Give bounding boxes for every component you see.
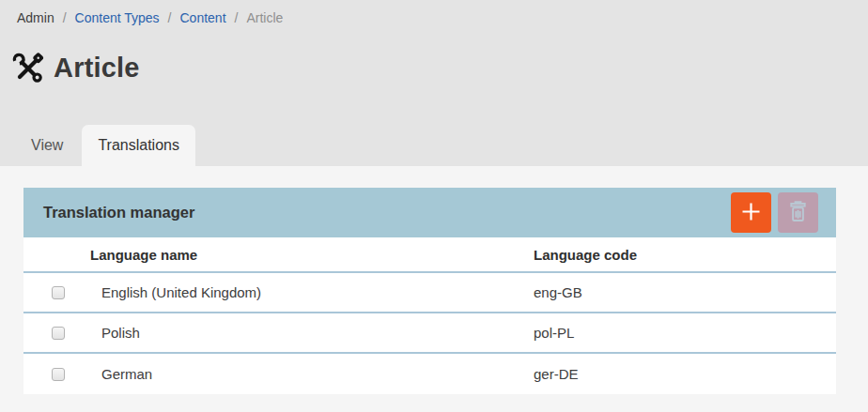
add-translation-button[interactable] <box>731 192 771 233</box>
tab-bar: View Translations <box>0 125 868 166</box>
breadcrumb: Admin / Content Types / Content / Articl… <box>0 0 868 25</box>
language-name-cell: German <box>90 366 534 382</box>
breadcrumb-item-admin: Admin <box>17 10 54 25</box>
tools-icon <box>11 52 45 85</box>
trash-icon <box>785 199 811 227</box>
delete-translation-button[interactable] <box>778 192 818 233</box>
checkbox-cell <box>23 368 90 381</box>
panel-header: Translation manager <box>23 188 836 237</box>
language-code-cell: eng-GB <box>534 284 836 300</box>
breadcrumb-separator: / <box>168 10 172 25</box>
checkbox-cell <box>23 327 90 340</box>
table-row: Polish pol-PL <box>23 313 836 354</box>
panel-actions <box>731 192 818 233</box>
column-header-language-name: Language name <box>90 247 534 263</box>
translation-manager-panel: Translation manager <box>23 188 836 394</box>
table-header-row: Language name Language code <box>23 237 836 273</box>
row-checkbox[interactable] <box>52 368 65 381</box>
plus-icon <box>740 201 762 225</box>
language-name-cell: English (United Kingdom) <box>90 284 534 300</box>
page-header: Article <box>11 49 868 87</box>
row-checkbox[interactable] <box>52 286 65 299</box>
tab-view[interactable]: View <box>12 125 82 166</box>
checkbox-cell <box>23 286 90 299</box>
language-code-cell: pol-PL <box>534 325 836 341</box>
tab-translations[interactable]: Translations <box>82 125 195 166</box>
table-row: English (United Kingdom) eng-GB <box>23 273 836 313</box>
breadcrumb-separator: / <box>235 10 239 25</box>
row-checkbox[interactable] <box>52 327 65 340</box>
page-title: Article <box>54 53 140 84</box>
breadcrumb-item-article: Article <box>246 10 283 25</box>
content-area: Translation manager <box>0 166 868 412</box>
breadcrumb-separator: / <box>63 10 67 25</box>
breadcrumb-link-content[interactable]: Content <box>180 10 226 25</box>
breadcrumb-link-content-types[interactable]: Content Types <box>75 10 160 25</box>
language-name-cell: Polish <box>90 325 534 341</box>
table-row: German ger-DE <box>23 354 836 394</box>
language-code-cell: ger-DE <box>534 366 836 382</box>
column-header-language-code: Language code <box>534 247 836 263</box>
panel-title: Translation manager <box>43 204 194 221</box>
page: Admin / Content Types / Content / Articl… <box>0 0 868 412</box>
